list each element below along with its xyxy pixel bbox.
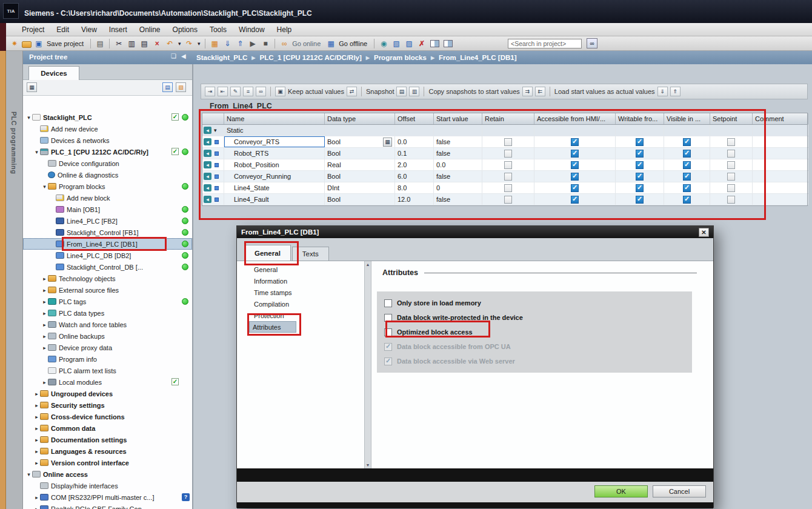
dialog-nav-attributes[interactable]: Attributes — [249, 321, 296, 333]
cut-icon[interactable]: ✂ — [113, 38, 124, 48]
tree-item-display-hide-interfaces[interactable]: Display/hide interfaces — [23, 480, 192, 491]
retain-checkbox[interactable] — [504, 161, 512, 169]
split-editor-vertical-icon[interactable] — [444, 40, 453, 47]
menu-item-view[interactable]: View — [75, 25, 103, 34]
tree-item-plc-alarm-text-lists[interactable]: PLC alarm text lists — [23, 365, 192, 376]
cell-comment[interactable] — [753, 125, 808, 136]
writable-from-hmi-checkbox[interactable] — [636, 173, 644, 181]
print-icon[interactable]: ▤ — [95, 38, 105, 48]
accessible-from-hmi-checkbox[interactable] — [571, 196, 579, 204]
go-online-glasses-icon[interactable]: ∞ — [279, 38, 290, 48]
cell-start-value[interactable]: false — [434, 148, 482, 159]
tree-item-version-control-interface[interactable]: ▸Version control interface — [23, 457, 192, 468]
db-row-conveyor-running[interactable]: ◂Conveyor_RunningBool6.0false — [202, 171, 807, 182]
close-icon[interactable]: ✕ — [699, 228, 709, 237]
cell-data-type[interactable]: DInt — [325, 182, 395, 193]
attr-option-optimized-block-access[interactable]: Optimized block access — [377, 325, 692, 339]
menu-item-tools[interactable]: Tools — [204, 25, 233, 34]
paste-icon[interactable]: ▤ — [139, 38, 150, 48]
expander-icon[interactable]: ▸ — [33, 448, 40, 454]
save-project-icon[interactable]: ▣ — [33, 38, 44, 48]
breadcrumb-item-from-line4-plc-db1[interactable]: From_Line4_PLC [DB1] — [439, 54, 516, 61]
tree-item-stacklight-plc[interactable]: ▾Stacklight_PLC✓ — [23, 111, 192, 123]
column-header-offset[interactable]: Offset — [395, 113, 434, 124]
tree-item-add-new-block[interactable]: Add new block — [23, 192, 192, 204]
search-input[interactable] — [508, 40, 581, 47]
cell-data-type[interactable]: Bool — [325, 194, 395, 205]
breadcrumb-item-plc-1-cpu-1212c-ac-dc-rly[interactable]: PLC_1 [CPU 1212C AC/DC/Rly] — [260, 54, 362, 61]
setpoint-checkbox[interactable] — [727, 184, 735, 192]
stop-cpu-icon[interactable]: ■ — [260, 38, 271, 48]
expander-icon[interactable]: ▸ — [33, 402, 40, 408]
task-card-edge-strip[interactable] — [0, 51, 6, 509]
start-cpu-icon[interactable]: ▶ — [247, 38, 258, 48]
menu-item-edit[interactable]: Edit — [50, 25, 75, 34]
tree-item-add-new-device[interactable]: Add new device — [23, 123, 192, 135]
cross-references-icon[interactable]: ▧ — [391, 38, 402, 48]
expander-icon[interactable]: ▾ — [41, 184, 48, 190]
setpoint-checkbox[interactable] — [727, 173, 735, 181]
tree-item-line4-plc-db-db2[interactable]: Line4_PLC_DB [DB2] — [23, 250, 192, 261]
visible-in-hmi-checkbox[interactable] — [683, 196, 691, 204]
writable-from-hmi-checkbox[interactable] — [636, 184, 644, 192]
setpoint-checkbox[interactable] — [727, 150, 735, 158]
call-structure-icon[interactable]: ▨ — [404, 38, 414, 48]
column-header-setpoint[interactable]: Setpoint — [710, 113, 753, 124]
ok-button[interactable]: OK — [594, 485, 648, 497]
cell-name[interactable]: Conveyor_Running — [224, 171, 325, 182]
expander-icon[interactable]: ▸ — [41, 276, 48, 282]
remove-window-icon[interactable]: ✗ — [416, 38, 427, 48]
tree-item-common-data[interactable]: ▸Common data — [23, 422, 192, 434]
cell-start-value[interactable]: false — [434, 136, 482, 147]
snapshot-button[interactable]: Snapshot — [366, 88, 394, 95]
load-start-icon-2[interactable]: ⇑ — [670, 87, 681, 96]
optimized-block-access-checkbox[interactable] — [384, 328, 392, 336]
expander-icon[interactable]: ▸ — [41, 310, 48, 316]
column-header-start-value[interactable]: Start value — [434, 113, 482, 124]
copy-snapshot-icon-1[interactable]: ⇉ — [522, 87, 533, 96]
scroll-down-icon[interactable]: ▼ — [366, 463, 370, 467]
snapshot-icon-1[interactable]: ▤ — [396, 87, 407, 96]
tree-item-technology-objects[interactable]: ▸Technology objects — [23, 273, 192, 284]
expander-icon[interactable]: ▾ — [33, 149, 40, 155]
column-header-writable-fro[interactable]: Writable fro... — [616, 113, 664, 124]
tree-item-watch-and-force-tables[interactable]: ▸Watch and force tables — [23, 319, 192, 330]
menu-item-options[interactable]: Options — [167, 25, 204, 34]
writable-from-hmi-checkbox[interactable] — [636, 150, 644, 158]
tree-item-plc-data-types[interactable]: ▸PLC data types — [23, 307, 192, 319]
column-header-name[interactable]: Name — [224, 113, 325, 124]
cell-data-type[interactable]: Bool — [325, 148, 395, 159]
accessible-from-hmi-checkbox[interactable] — [571, 161, 579, 169]
writable-from-hmi-checkbox[interactable] — [636, 138, 644, 146]
visible-in-hmi-checkbox[interactable] — [683, 173, 691, 181]
tree-item-online-diagnostics[interactable]: Online & diagnostics — [23, 169, 192, 181]
tree-item-from-line4-plc-db1[interactable]: From_Line4_PLC [DB1] — [23, 238, 192, 250]
details-view-icon[interactable]: ▤ — [162, 82, 173, 92]
visible-in-hmi-checkbox[interactable] — [683, 161, 691, 169]
tree-item-security-settings[interactable]: ▸Security settings — [23, 399, 192, 411]
expander-icon[interactable]: ▸ — [41, 333, 48, 339]
go-online-button[interactable]: Go online — [292, 40, 321, 47]
column-header-accessible-from-hmi[interactable]: Accessible from HMI/... — [534, 113, 616, 124]
accessible-from-hmi-checkbox[interactable] — [571, 138, 579, 146]
cell-start-value[interactable]: false — [434, 194, 482, 205]
accessible-from-hmi-checkbox[interactable] — [571, 184, 579, 192]
accessible-from-hmi-checkbox[interactable] — [571, 150, 579, 158]
update-interface-icon[interactable]: ≡ — [243, 87, 253, 96]
expander-icon[interactable]: ▸ — [33, 460, 40, 466]
dialog-nav-scrollbar[interactable]: ▲▼ — [364, 261, 371, 468]
db-row-conveyor-rts[interactable]: ◂Conveyor_RTSBool▦0.0false — [202, 136, 807, 148]
menu-item-help[interactable]: Help — [271, 25, 298, 34]
collapse-panel-icon[interactable]: ◀ — [181, 53, 186, 59]
load-start-icon-1[interactable]: ⇓ — [657, 87, 668, 96]
cell-name[interactable]: Static — [224, 125, 325, 136]
setpoint-checkbox[interactable] — [727, 196, 735, 204]
cell-comment[interactable] — [753, 182, 808, 193]
writable-from-hmi-checkbox[interactable] — [636, 196, 644, 204]
snapshot-icon-2[interactable]: ▥ — [409, 87, 419, 96]
only-store-in-load-memory-checkbox[interactable] — [384, 299, 392, 307]
dialog-nav-protection[interactable]: Protection — [237, 310, 364, 321]
expander-icon[interactable]: ▸ — [33, 391, 40, 397]
column-header-data-type[interactable]: Data type — [325, 113, 395, 124]
db-row-line4-state[interactable]: ◂Line4_StateDInt8.00 — [202, 182, 807, 194]
